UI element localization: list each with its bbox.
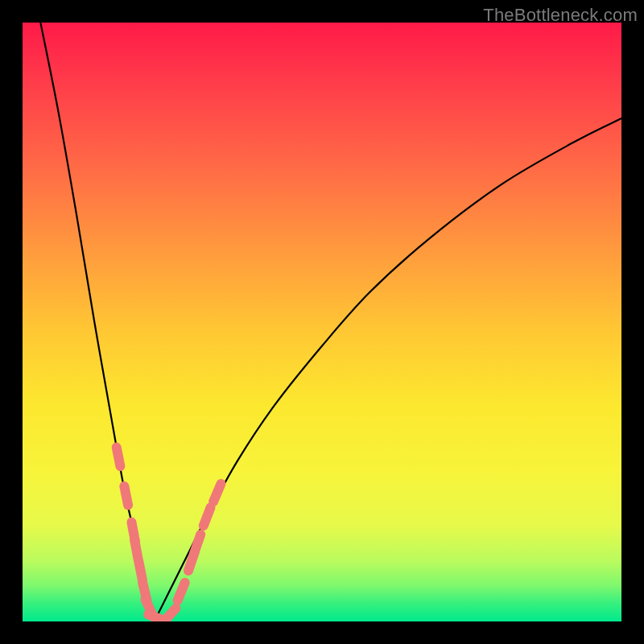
marker-pill [112, 443, 126, 472]
marker-pill [199, 503, 216, 530]
marker-pill [189, 530, 205, 558]
curve-right-branch [155, 118, 621, 621]
marker-group [112, 443, 226, 621]
plot-area [23, 23, 621, 621]
chart-svg [23, 23, 621, 621]
outer-frame: TheBottleneck.com [0, 0, 644, 644]
marker-pill [208, 479, 225, 506]
marker-pill [173, 578, 190, 605]
marker-pill [119, 481, 133, 510]
